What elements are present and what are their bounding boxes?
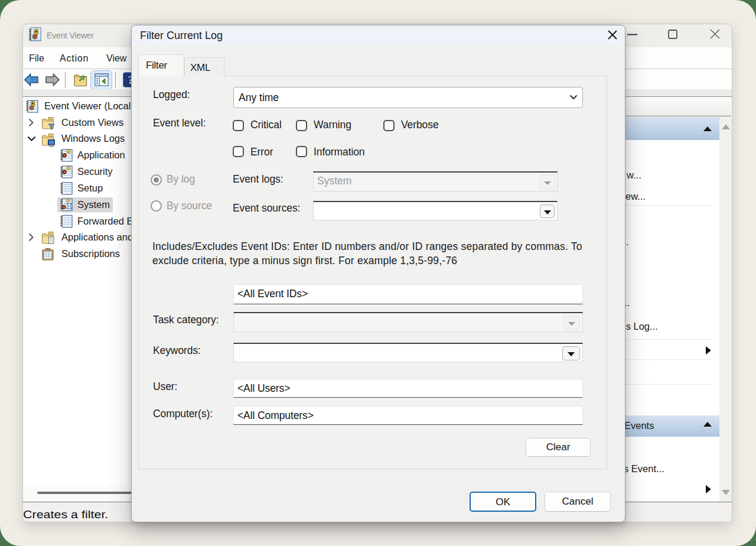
svg-text:System: System: [77, 199, 110, 210]
svg-text:Windows Logs: Windows Logs: [61, 133, 125, 144]
svg-text:Subscriptions: Subscriptions: [61, 248, 120, 259]
svg-text:Event Viewer (Local): Event Viewer (Local): [44, 100, 134, 111]
svg-text:Application: Application: [77, 150, 125, 160]
svg-text:Security: Security: [77, 166, 113, 177]
svg-text:Custom Views: Custom Views: [61, 117, 123, 128]
svg-text:Setup: Setup: [77, 183, 103, 193]
